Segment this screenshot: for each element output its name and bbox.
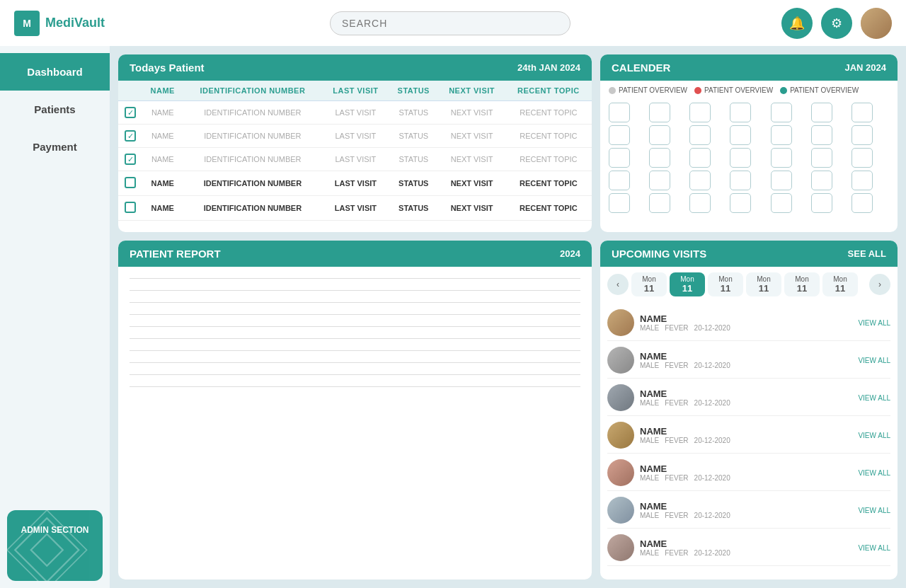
visit-date: 20-12-2020: [694, 324, 730, 332]
notification-button[interactable]: 🔔: [781, 8, 813, 39]
checkbox-2[interactable]: [125, 154, 136, 165]
row-checkbox[interactable]: [118, 125, 142, 148]
user-avatar[interactable]: [861, 8, 892, 39]
report-line-5: [130, 326, 580, 327]
view-all-link[interactable]: VIEW ALL: [858, 544, 890, 552]
calendar-day[interactable]: [851, 148, 873, 168]
view-all-link[interactable]: VIEW ALL: [858, 319, 890, 327]
calendar-panel: CALENDER JAN 2024 PATIENT OVERVIEW PATIE…: [600, 54, 898, 232]
calendar-day[interactable]: [811, 125, 832, 145]
calendar-day[interactable]: [811, 193, 832, 213]
visit-name: NAME: [640, 313, 852, 324]
calendar-day[interactable]: [689, 171, 711, 190]
upcoming-visits-title: UPCOMING VISITS: [612, 248, 706, 260]
view-all-link[interactable]: VIEW ALL: [858, 394, 890, 402]
calendar-day[interactable]: [649, 148, 670, 168]
calendar-day[interactable]: [771, 103, 792, 122]
todays-patient-date: 24th JAN 2024: [517, 62, 580, 73]
calendar-day[interactable]: [649, 125, 670, 145]
calendar-day[interactable]: [609, 148, 630, 168]
calendar-day[interactable]: [851, 103, 873, 122]
calendar-day[interactable]: [609, 103, 630, 122]
visit-name: NAME: [640, 538, 852, 549]
calendar-day[interactable]: [730, 171, 751, 190]
sidebar-item-dashboard[interactable]: Dashboard: [0, 53, 110, 91]
checkbox-0[interactable]: [125, 107, 136, 118]
sidebar: Dashboard Patients Payment ADMIN SECTION: [0, 46, 110, 588]
day-button-2[interactable]: Mon11: [708, 272, 743, 296]
prev-day-button[interactable]: ‹: [607, 274, 629, 295]
row-checkbox[interactable]: [118, 148, 142, 171]
row-recent-topic: RECENT TOPIC: [505, 125, 592, 148]
calendar-day[interactable]: [730, 103, 751, 122]
search-input[interactable]: [330, 11, 570, 35]
day-button-3[interactable]: Mon11: [746, 272, 781, 296]
calendar-day[interactable]: [649, 103, 670, 122]
row-next-visit: NEXT VISIT: [438, 171, 505, 196]
calendar-day[interactable]: [689, 148, 711, 168]
admin-pattern: [7, 510, 103, 581]
calendar-day[interactable]: [649, 171, 670, 190]
gear-icon: ⚙: [831, 16, 842, 31]
visit-info: NAME MALE FEVER 20-12-2020: [640, 351, 852, 369]
upcoming-visits-panel: UPCOMING VISITS SEE ALL ‹ Mon11Mon11Mon1…: [600, 241, 898, 580]
avatar-image: [861, 8, 892, 39]
checkbox-3[interactable]: [125, 177, 136, 188]
calendar-day[interactable]: [689, 193, 711, 213]
next-day-button[interactable]: ›: [869, 274, 890, 295]
calendar-day[interactable]: [689, 125, 711, 145]
todays-patient-title: Todays Patient: [130, 62, 205, 74]
row-checkbox[interactable]: [118, 101, 142, 125]
calendar-day[interactable]: [730, 148, 751, 168]
visit-meta: MALE FEVER 20-12-2020: [640, 362, 852, 369]
visit-condition: FEVER: [665, 437, 688, 444]
checkbox-4[interactable]: [125, 202, 136, 213]
visit-gender: MALE: [640, 512, 659, 519]
visit-gender: MALE: [640, 362, 659, 369]
row-checkbox[interactable]: [118, 196, 142, 221]
calendar-day[interactable]: [609, 193, 630, 213]
sidebar-item-patients[interactable]: Patients: [0, 91, 110, 128]
sidebar-item-payment[interactable]: Payment: [0, 128, 110, 166]
day-button-5[interactable]: Mon11: [822, 272, 858, 296]
day-button-1[interactable]: Mon11: [670, 272, 705, 296]
checkbox-1[interactable]: [125, 130, 136, 142]
row-checkbox[interactable]: [118, 171, 142, 196]
visit-meta: MALE FEVER 20-12-2020: [640, 549, 852, 557]
upcoming-visits-header: UPCOMING VISITS SEE ALL: [600, 241, 898, 267]
day-button-0[interactable]: Mon11: [631, 272, 667, 296]
report-line-8: [130, 362, 580, 363]
calendar-day[interactable]: [730, 193, 751, 213]
calendar-day[interactable]: [771, 125, 792, 145]
calendar-day[interactable]: [609, 125, 630, 145]
day-button-4[interactable]: Mon11: [784, 272, 820, 296]
calendar-day[interactable]: [771, 171, 792, 190]
view-all-link[interactable]: VIEW ALL: [858, 357, 890, 364]
calendar-day[interactable]: [649, 193, 670, 213]
view-all-link[interactable]: VIEW ALL: [858, 432, 890, 439]
calendar-day[interactable]: [689, 103, 711, 122]
calendar-day[interactable]: [851, 171, 873, 190]
logo-icon: M: [14, 11, 40, 36]
view-all-link[interactable]: VIEW ALL: [858, 507, 890, 514]
see-all-link[interactable]: SEE ALL: [848, 248, 886, 259]
calendar-day[interactable]: [851, 125, 873, 145]
visit-item: NAME MALE FEVER 20-12-2020 VIEW ALL: [607, 455, 890, 491]
calendar-day[interactable]: [771, 148, 792, 168]
table-row: NAME IDENTIFICATION NUMBER LAST VISIT ST…: [118, 148, 592, 171]
calendar-day[interactable]: [811, 103, 832, 122]
view-all-link[interactable]: VIEW ALL: [858, 469, 890, 477]
report-line-10: [130, 386, 580, 387]
settings-button[interactable]: ⚙: [821, 8, 852, 39]
calendar-day[interactable]: [811, 171, 832, 190]
admin-section[interactable]: ADMIN SECTION: [7, 510, 103, 581]
calendar-day[interactable]: [609, 171, 630, 190]
calendar-day[interactable]: [771, 193, 792, 213]
visit-item: NAME MALE FEVER 20-12-2020 VIEW ALL: [607, 380, 890, 416]
calendar-day[interactable]: [851, 193, 873, 213]
report-line-6: [130, 338, 580, 339]
visit-condition: FEVER: [665, 474, 688, 482]
patients-table: NAME IDENTIFICATION NUMBER LAST VISIT ST…: [118, 81, 592, 221]
calendar-day[interactable]: [730, 125, 751, 145]
calendar-day[interactable]: [811, 148, 832, 168]
